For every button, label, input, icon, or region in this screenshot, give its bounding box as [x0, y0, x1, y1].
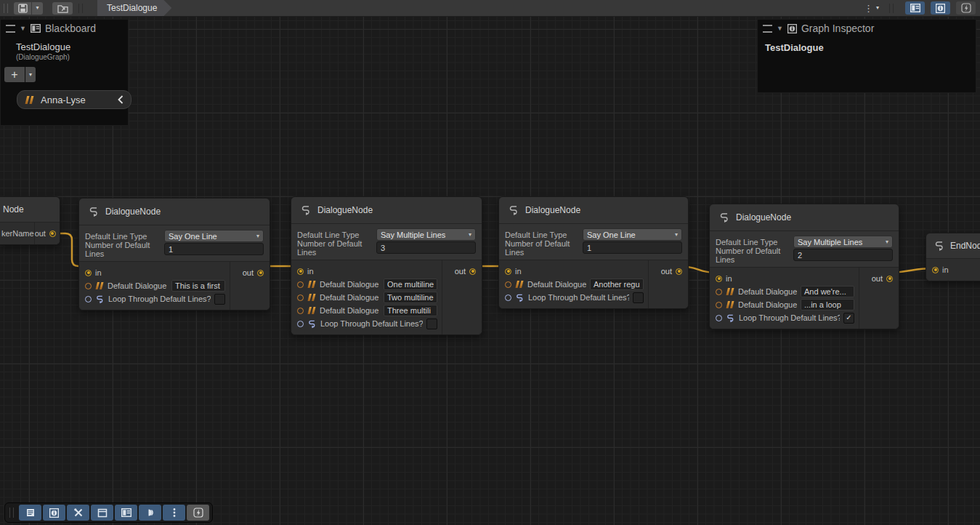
- dock-drag-handle[interactable]: [9, 508, 14, 518]
- string-port[interactable]: [297, 294, 304, 301]
- loop-graph-icon: [515, 293, 525, 302]
- quote-icon: [307, 307, 316, 314]
- number-of-lines-field[interactable]: 2: [793, 249, 893, 261]
- out-port[interactable]: [257, 270, 264, 276]
- breadcrumb[interactable]: TestDialogue: [97, 0, 171, 16]
- blackboard-overlay-button[interactable]: [115, 505, 137, 521]
- loop-checkbox[interactable]: [214, 294, 225, 305]
- quote-icon: [515, 281, 524, 288]
- dialogue-line-field[interactable]: One multiline: [384, 278, 437, 290]
- graph-editor-window: Node kerName out DialogueNode Default Li…: [0, 0, 980, 525]
- port-label: Default Dialogue Line 3: [320, 306, 380, 315]
- node-title: Node: [0, 197, 60, 222]
- loop-checkbox[interactable]: [633, 292, 644, 303]
- out-port[interactable]: [676, 268, 682, 275]
- number-of-lines-field[interactable]: 3: [376, 241, 476, 254]
- bool-port[interactable]: [505, 294, 511, 301]
- default-line-type-dropdown[interactable]: Say One Line ▾: [583, 228, 682, 241]
- bolt-overlay-button[interactable]: [187, 505, 209, 521]
- save-dropdown-button[interactable]: ▾: [32, 2, 43, 15]
- node-title: DialogueNode: [317, 205, 373, 215]
- variable-pill-anna-lyse[interactable]: Anna-Lyse: [17, 90, 131, 109]
- node-title: DialogueNode: [105, 207, 161, 217]
- more-overlay-button[interactable]: [163, 505, 185, 521]
- string-port[interactable]: [716, 289, 722, 295]
- number-of-lines-field[interactable]: 1: [164, 243, 264, 255]
- port-label: Loop Through Default Lines?: [320, 319, 423, 328]
- save-button[interactable]: [14, 2, 31, 15]
- string-port[interactable]: [297, 308, 304, 314]
- string-port[interactable]: [716, 302, 722, 308]
- dialogue-line-field[interactable]: Another regu: [590, 278, 644, 290]
- tools-overlay-button[interactable]: [67, 505, 89, 521]
- dialogue-graph-icon: [718, 212, 730, 223]
- foldout-arrow-icon[interactable]: ▼: [777, 25, 783, 32]
- in-port[interactable]: [85, 270, 92, 276]
- toggle-bolt-overlay-button[interactable]: [956, 1, 976, 15]
- prop-label: Default Line Type: [716, 238, 793, 247]
- prop-label: Number of Default Lines: [85, 241, 164, 258]
- dialogue-node-1[interactable]: DialogueNode Default Line Type Say One L…: [78, 198, 270, 310]
- toggle-blackboard-button[interactable]: [905, 1, 925, 15]
- out-port[interactable]: [469, 268, 476, 275]
- overlay-menu-icon[interactable]: [763, 25, 772, 33]
- dialogue-line-field[interactable]: Three multili: [384, 305, 437, 316]
- default-line-type-dropdown[interactable]: Say One Line ▾: [164, 230, 264, 242]
- start-node[interactable]: Node kerName out: [0, 196, 60, 245]
- panel-title: Graph Inspector: [801, 23, 874, 34]
- inspector-icon: [49, 508, 59, 518]
- in-port-label: in: [942, 265, 949, 274]
- out-port[interactable]: [886, 276, 893, 282]
- speaker-name-label: kerName: [0, 223, 34, 244]
- play-overlay-button[interactable]: [139, 505, 161, 521]
- dialogue-line-field[interactable]: Two multiline: [384, 292, 437, 303]
- number-of-lines-field[interactable]: 1: [583, 241, 682, 254]
- loop-checkbox[interactable]: ✓: [843, 313, 854, 324]
- string-port[interactable]: [297, 281, 304, 288]
- chevron-down-icon: ▾: [469, 232, 471, 238]
- bool-port[interactable]: [297, 321, 304, 327]
- blackboard-icon: [910, 4, 920, 12]
- add-variable-button[interactable]: +: [4, 67, 25, 82]
- dialogue-line-field[interactable]: ...in a loop: [801, 299, 854, 310]
- default-line-type-dropdown[interactable]: Say Multiple Lines ▾: [376, 228, 476, 241]
- dialogue-node-2[interactable]: DialogueNode Default Line Type Say Multi…: [291, 196, 482, 335]
- dialogue-node-3[interactable]: DialogueNode Default Line Type Say One L…: [498, 196, 689, 309]
- overlay-menu-icon[interactable]: [6, 25, 15, 33]
- quote-icon: [25, 96, 34, 104]
- inspector-overlay-button[interactable]: [43, 505, 65, 521]
- dialogue-line-field[interactable]: This is a first: [171, 280, 225, 292]
- out-port[interactable]: [49, 231, 56, 237]
- toggle-inspector-button[interactable]: [931, 1, 950, 15]
- chevron-left-icon[interactable]: [118, 95, 123, 104]
- foldout-arrow-icon[interactable]: ▼: [20, 25, 26, 32]
- in-port[interactable]: [297, 268, 304, 275]
- open-asset-button[interactable]: [52, 2, 73, 15]
- default-line-type-dropdown[interactable]: Say Multiple Lines ▾: [793, 236, 893, 248]
- prop-label: Number of Default Lines: [505, 239, 583, 257]
- port-label: Loop Through Default Lines?: [528, 293, 629, 302]
- string-port[interactable]: [85, 283, 92, 289]
- console-overlay-button[interactable]: [19, 505, 41, 521]
- dialogue-node-4[interactable]: DialogueNode Default Line Type Say Multi…: [709, 204, 899, 329]
- end-node[interactable]: EndNode in: [926, 233, 980, 281]
- in-port[interactable]: [505, 268, 511, 275]
- dialogue-graph-icon: [934, 240, 945, 252]
- add-variable-dropdown[interactable]: ▾: [25, 67, 36, 82]
- in-port-label: in: [95, 268, 102, 277]
- toolbar-drag-handle[interactable]: [4, 4, 8, 13]
- window-overlay-button[interactable]: [91, 505, 113, 521]
- loop-checkbox[interactable]: [426, 318, 437, 329]
- toolbar-separator: [78, 4, 83, 13]
- overlay-dock-toolbar: [4, 502, 213, 523]
- toolbar-more-button[interactable]: ⋮ ▾: [859, 4, 883, 13]
- bool-port[interactable]: [716, 315, 722, 321]
- graph-name: TestDialogue: [758, 37, 976, 53]
- in-port[interactable]: [716, 276, 722, 282]
- dialogue-line-field[interactable]: And we're...: [801, 286, 854, 297]
- in-port[interactable]: [932, 267, 939, 273]
- out-port-label: out: [661, 267, 672, 276]
- bolt-icon: [961, 3, 971, 13]
- string-port[interactable]: [505, 281, 511, 288]
- bool-port[interactable]: [85, 296, 92, 302]
